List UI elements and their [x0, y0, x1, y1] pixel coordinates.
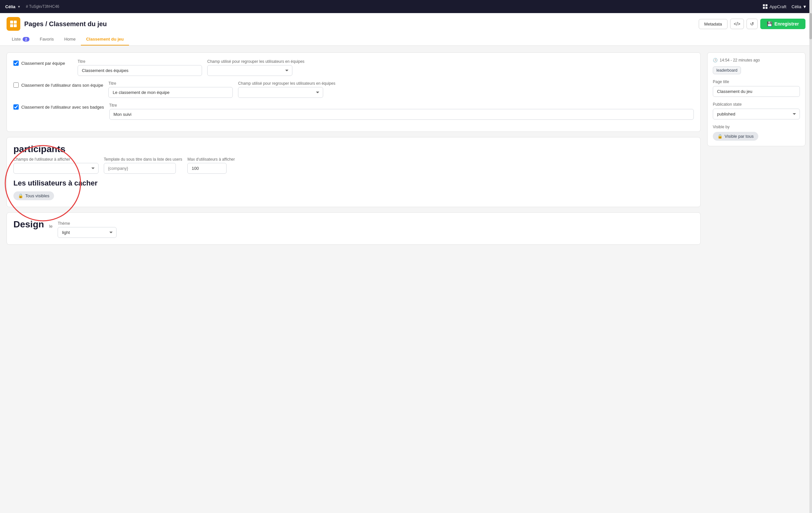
max-utilisateurs-group: Max d'utilisateurs à afficher [187, 157, 235, 174]
champ-utilisateur-equipe-group: Champ utilisé pour regrouper les utilisa… [238, 81, 335, 98]
page-title-label: Page title [713, 80, 800, 84]
topbar: Célia ▼ # TuSgkvT3frHC46 AppCraft Célia … [0, 0, 812, 13]
titre-badges-input[interactable] [109, 109, 694, 120]
page-icon [6, 17, 20, 31]
template-sous-titre-group: Template du sous titre dans la liste des… [104, 157, 182, 174]
save-icon: 💾 [767, 21, 773, 27]
classement-badges-checkbox[interactable] [13, 104, 19, 110]
max-utilisateurs-input[interactable] [187, 163, 227, 174]
page-title: Pages / Classement du jeu [24, 20, 107, 28]
tab-classement-du-jeu[interactable]: Classement du jeu [81, 33, 129, 46]
utilisateurs-section-title: participants [13, 144, 65, 154]
champ-equipe-group: Champ utilisé pour regrouper les utilisa… [207, 59, 304, 76]
champ-utilisateur-equipe-select[interactable] [238, 87, 323, 98]
sidebar-time: 🕒 14:54 - 22 minutes ago [713, 58, 800, 62]
topbar-right: AppCraft Célia ▼ [763, 4, 807, 9]
user-label: Célia [792, 4, 802, 9]
history-button[interactable]: ↺ [747, 19, 758, 29]
theme-select[interactable]: light dark custom [58, 227, 117, 238]
classement-par-equipe-row: Classement par équipe Titre Champ utilis… [13, 59, 694, 76]
save-button[interactable]: 💾 Enregistrer [760, 19, 806, 29]
titre-equipe-group: Titre [78, 59, 202, 76]
page-header: Pages / Classement du jeu Metadata </> ↺… [0, 13, 812, 46]
code-button[interactable]: </> [730, 19, 744, 29]
svg-rect-2 [10, 24, 13, 27]
theme-group: Thème light dark custom [58, 221, 117, 238]
svg-rect-3 [14, 24, 17, 27]
titre-equipe-input[interactable] [78, 65, 202, 76]
publication-state-wrap: published draft archived [713, 109, 800, 119]
lock-icon-sidebar: 🔒 [717, 134, 723, 139]
sidebar-panel: 🕒 14:54 - 22 minutes ago leaderboard Pag… [707, 52, 806, 245]
design-section-title: Design [13, 219, 44, 229]
main-layout: Classement par équipe Titre Champ utilis… [0, 46, 812, 251]
lock-icon: 🔒 [18, 193, 23, 198]
design-partial-label: le [49, 221, 52, 229]
classement-utilisateur-equipe-row: Classement de l'utilisateur dans son équ… [13, 81, 694, 98]
main-content: Classement par équipe Titre Champ utilis… [6, 52, 701, 245]
brand-name: Célia [5, 4, 16, 9]
titre-badges-group: Titre [109, 103, 694, 120]
champ-equipe-select[interactable] [207, 65, 292, 76]
brand-chevron: ▼ [17, 5, 21, 8]
appcraft-label: AppCraft [770, 4, 786, 9]
page-header-top: Pages / Classement du jeu Metadata </> ↺… [6, 13, 806, 33]
classement-par-equipe-checkbox[interactable] [13, 61, 19, 66]
classement-par-equipe-label[interactable]: Classement par équipe [13, 59, 72, 66]
tab-liste[interactable]: Liste 2 [6, 33, 35, 46]
scrollbar[interactable] [809, 0, 812, 251]
les-utilisateurs-cacher-title: Les utilisateurs à cacher [13, 179, 694, 187]
classement-utilisateur-equipe-checkbox[interactable] [13, 83, 19, 88]
classement-utilisateur-equipe-label[interactable]: Classement de l'utilisateur dans son équ… [13, 81, 103, 88]
page-header-left: Pages / Classement du jeu [6, 17, 107, 31]
user-menu[interactable]: Célia ▼ [792, 4, 807, 9]
publication-state-select[interactable]: published draft archived [713, 109, 800, 119]
leaderboard-tag[interactable]: leaderboard [713, 66, 741, 74]
design-card: Design le Thème light dark custom [6, 212, 701, 245]
champs-utilisateur-group: Champs de l'utilisateur à afficher [13, 157, 98, 174]
classements-card: Classement par équipe Titre Champ utilis… [6, 52, 701, 132]
tab-home[interactable]: Home [59, 33, 81, 46]
metadata-button[interactable]: Metadata [699, 19, 727, 29]
utilisateurs-card: participants Champs de l'utilisateur à a… [6, 137, 701, 207]
svg-rect-1 [14, 21, 17, 24]
classement-badges-label[interactable]: Classement de l'utilisateur avec ses bad… [13, 103, 104, 110]
user-chevron: ▼ [803, 4, 807, 9]
tabs-bar: Liste 2 Favoris Home Classement du jeu [6, 33, 806, 46]
visible-par-tous-button[interactable]: 🔒 Visible par tous [713, 132, 758, 141]
svg-rect-0 [10, 21, 13, 24]
template-sous-titre-input[interactable] [104, 163, 176, 174]
appcraft-logo: AppCraft [763, 4, 786, 9]
tous-visibles-button[interactable]: 🔒 Tous visibles [13, 191, 54, 200]
titre-utilisateur-equipe-group: Titre [108, 81, 233, 98]
header-actions: Metadata </> ↺ 💾 Enregistrer [699, 19, 806, 29]
hash-id: # TuSgkvT3frHC46 [26, 4, 758, 9]
champs-utilisateur-select[interactable] [13, 163, 98, 174]
clock-icon: 🕒 [713, 58, 718, 62]
grid-icon [763, 4, 767, 9]
sidebar-card: 🕒 14:54 - 22 minutes ago leaderboard Pag… [707, 52, 806, 146]
tab-favoris[interactable]: Favoris [35, 33, 59, 46]
brand-area[interactable]: Célia ▼ [5, 4, 21, 9]
sidebar-page-title-input[interactable] [713, 86, 800, 97]
titre-utilisateur-equipe-input[interactable] [108, 87, 233, 98]
scroll-thumb[interactable] [809, 13, 812, 39]
visible-by-label: Visible by [713, 125, 800, 129]
classement-badges-row: Classement de l'utilisateur avec ses bad… [13, 103, 694, 120]
publication-state-label: Publication state [713, 102, 800, 107]
